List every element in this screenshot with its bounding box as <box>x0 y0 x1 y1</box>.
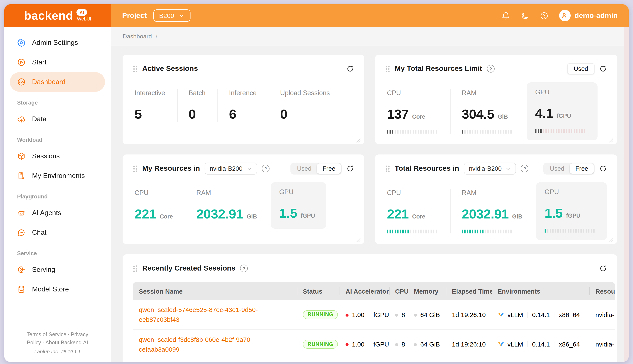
play-circle-icon <box>17 58 26 66</box>
sessions-table: Session NameStatusAI AcceleratorCPUMemor… <box>133 282 615 362</box>
sidebar-item-admin-settings[interactable]: Admin Settings <box>10 33 105 52</box>
resize-handle[interactable] <box>609 136 613 141</box>
sidebar-item-sessions[interactable]: Sessions <box>10 146 105 166</box>
webui-label: WebUI <box>77 16 91 21</box>
drag-handle-icon[interactable] <box>385 65 390 72</box>
stat-value: 6 <box>229 107 256 122</box>
sidebar-section-storage: Storage <box>17 100 111 106</box>
resize-handle[interactable] <box>356 236 361 241</box>
logo[interactable]: backend AI WebUI <box>4 4 111 27</box>
breadcrumb-dashboard[interactable]: Dashboard <box>123 33 152 40</box>
project-selector[interactable]: B200 <box>153 10 190 22</box>
cpu-dot-icon <box>395 343 398 346</box>
refresh-icon[interactable] <box>599 165 607 172</box>
stat-inference: Inference6 <box>217 89 268 122</box>
refresh-icon[interactable] <box>599 65 607 72</box>
table-row: qwen_scaled-c0ec31a8-12e8-4a56-983f-859a… <box>133 359 615 362</box>
drag-handle-icon[interactable] <box>133 165 138 172</box>
app-header: backend AI WebUI Project B200 <box>4 4 629 27</box>
footer-link-about-backend-ai[interactable]: About Backend.AI <box>45 340 88 346</box>
stat-value: 5 <box>135 107 165 122</box>
environment-version: 0.14.1 <box>532 341 550 348</box>
resource-group-cell: nvidia-B2 <box>589 359 615 362</box>
refresh-icon[interactable] <box>347 165 354 172</box>
stat-value: 221Core <box>387 206 438 222</box>
cell-divider <box>554 312 555 318</box>
user-menu[interactable]: demo-admin <box>559 10 618 21</box>
elapsed-time-cell: 1d 19:26:10 <box>446 300 492 330</box>
person-icon <box>561 11 569 20</box>
cloud-upload-icon <box>17 115 26 123</box>
elapsed-time-cell: 1d 19:26:10 <box>446 330 492 359</box>
sidebar-item-start[interactable]: Start <box>10 52 105 72</box>
cpu-cell: 8 <box>389 300 408 330</box>
session-name-link[interactable]: qwen_scaled-5746e525-87ec-43e1-9d50-eeb8… <box>139 305 258 324</box>
stat-unit: fGPU <box>301 212 315 219</box>
footer-link-terms-of-service[interactable]: Terms of Service <box>27 331 66 337</box>
help-icon[interactable] <box>540 11 548 20</box>
stat-number: 1.5 <box>545 206 562 221</box>
card-title: My Total Resources Limit <box>395 64 482 73</box>
drag-handle-icon[interactable] <box>133 65 138 72</box>
usage-bar <box>462 230 513 234</box>
database-icon <box>17 285 26 294</box>
sidebar-section-workload: Workload <box>17 136 111 143</box>
cpu-dot-icon <box>395 314 398 317</box>
project-label: Project <box>122 11 147 20</box>
resource-group-value: nvidia-B200 <box>469 165 502 172</box>
sidebar-section-service: Service <box>17 250 111 256</box>
drag-handle-icon[interactable] <box>385 165 390 172</box>
stat-unit: Core <box>160 213 173 220</box>
stat-number: 0 <box>280 107 287 122</box>
usage-bar <box>545 229 596 232</box>
resource-group-cell: nvidia-B2 <box>589 300 615 330</box>
sidebar-item-dashboard[interactable]: Dashboard <box>10 72 105 92</box>
stat-value: 2032.91GiB <box>462 206 522 222</box>
scrollbar-track[interactable] <box>624 27 629 362</box>
toggle-option-used[interactable]: Used <box>567 63 594 74</box>
toggle-option-used[interactable]: Used <box>544 164 570 174</box>
card-title: Active Sessions <box>142 64 198 73</box>
session-name-link[interactable]: qwen_scaled-f3dc8f8b-060e-4b2f-9a70-cefa… <box>139 334 291 354</box>
card-title: Recently Created Sessions <box>142 264 235 273</box>
column-header-session-name: Session Name <box>133 282 297 300</box>
cpu-cell: 8 <box>389 359 408 362</box>
resize-handle[interactable] <box>356 136 361 141</box>
stat-value: 0 <box>189 107 205 122</box>
stat-unit: Core <box>412 114 425 120</box>
usage-bar-fill <box>545 229 547 232</box>
stat-unit: Core <box>412 213 425 220</box>
ai-badge: AI <box>77 9 87 16</box>
table-row: qwen_scaled-5746e525-87ec-43e1-9d50-eeb8… <box>133 300 615 330</box>
toggle-option-used[interactable]: Used <box>291 164 317 174</box>
serving-icon <box>17 266 26 274</box>
sidebar-item-label: AI Agents <box>32 209 61 217</box>
sidebar-item-chat[interactable]: Chat <box>10 223 105 242</box>
sidebar-item-serving[interactable]: Serving <box>10 260 105 280</box>
stat-number: 2032.91 <box>462 206 509 222</box>
sidebar-item-data[interactable]: Data <box>10 109 105 129</box>
refresh-icon[interactable] <box>599 264 607 272</box>
stat-label: RAM <box>196 189 257 197</box>
status-badge: RUNNING <box>303 310 338 319</box>
sidebar-item-my-environments[interactable]: My Environments <box>10 166 105 186</box>
question-circle-icon: ? <box>240 264 248 272</box>
stat-cpu: CPU221Core <box>385 189 450 234</box>
app-window: backend AI WebUI Project B200 <box>4 4 629 362</box>
environments-cell: vLLM0.14.1x86_64 <box>492 330 589 359</box>
dark-mode-moon-icon[interactable] <box>521 11 529 20</box>
sidebar-item-ai-agents[interactable]: AI Agents <box>10 203 105 223</box>
notifications-bell-icon[interactable] <box>501 11 510 20</box>
drag-handle-icon[interactable] <box>133 265 138 272</box>
toggle-option-free[interactable]: Free <box>317 164 341 174</box>
session-status-cell: RUNNING <box>297 330 340 359</box>
toggle-option-free[interactable]: Free <box>570 164 594 174</box>
sidebar-section-playground: Playground <box>17 193 111 200</box>
resize-handle[interactable] <box>609 236 613 241</box>
sidebar-item-model-store[interactable]: Model Store <box>10 280 105 299</box>
refresh-icon[interactable] <box>347 65 354 72</box>
resource-group-select[interactable]: nvidia-B200 <box>464 162 516 174</box>
resource-group-select[interactable]: nvidia-B200 <box>205 162 257 174</box>
elapsed-time-cell: 1d 19:26:10 <box>446 359 492 362</box>
stat-label: CPU <box>387 89 438 97</box>
